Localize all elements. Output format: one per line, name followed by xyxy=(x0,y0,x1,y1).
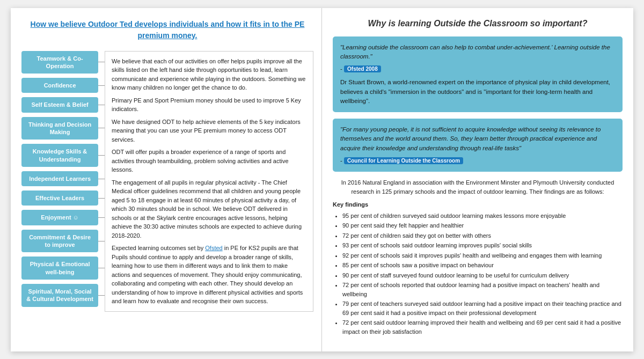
skill-btn-row: Commitment & Desire to improve xyxy=(21,230,105,253)
text-paragraph-5: Expected learning outcomes set by Ofsted… xyxy=(112,244,306,306)
quote-box-1: "Learning outside the classroom can also… xyxy=(333,36,623,113)
text-paragraph-3: ODT will offer pupils a broader experien… xyxy=(112,148,306,174)
skill-button-4[interactable]: Knowledge Skills & Understanding xyxy=(21,144,98,167)
main-text-box: We believe that each of our activities o… xyxy=(105,51,313,312)
skill-btn-row: Knowledge Skills & Understanding xyxy=(21,144,105,167)
finding-item-8: 79 per cent of teachers surveyed said ou… xyxy=(342,299,623,317)
ofsted-2008-tag: Ofsted 2008 xyxy=(344,65,381,72)
finding-item-1: 90 per cent said they felt happier and h… xyxy=(342,221,623,230)
finding-item-2: 72 per cent of children said they got on… xyxy=(342,231,623,240)
right-panel: Why is learning Outside the Classroom so… xyxy=(322,8,633,351)
research-intro: In 2016 Natural England in association w… xyxy=(333,178,623,196)
skills-buttons: Teamwork & Co-OperationConfidenceSelf Es… xyxy=(21,51,105,307)
finding-item-6: 90 per cent of staff surveyed found outd… xyxy=(342,271,623,280)
council-tag: Council for Learning Outside the Classro… xyxy=(344,157,463,164)
skill-button-10[interactable]: Spiritual, Moral, Social & Cultural Deve… xyxy=(21,284,98,307)
text-paragraph-4: The engagement of all pupils in regular … xyxy=(112,178,306,240)
skill-button-8[interactable]: Commitment & Desire to improve xyxy=(21,230,98,253)
skill-btn-row: Teamwork & Co-Operation xyxy=(21,51,105,74)
quote1-text: "Learning outside the classroom can also… xyxy=(340,43,615,62)
text-paragraph-0: We believe that each of our activities o… xyxy=(112,57,306,92)
skill-btn-row: Self Esteem & Belief xyxy=(21,97,105,112)
ofsted-link[interactable]: Ofsted xyxy=(205,245,222,251)
skill-btn-row: Physical & Emotional well-being xyxy=(21,257,105,280)
finding-item-7: 72 per cent of schools reported that out… xyxy=(342,281,623,298)
text-paragraph-1: Primary PE and Sport Premium money shoul… xyxy=(112,96,306,114)
quote1-extra: Dr Stuart Brown, a world-renowned expert… xyxy=(340,78,615,106)
skill-btn-row: Thinking and Decision Making xyxy=(21,117,105,140)
skill-btn-row: Enjoyment ☺ xyxy=(21,210,105,225)
skill-button-2[interactable]: Self Esteem & Belief xyxy=(21,97,98,112)
quote1-source-label: - xyxy=(340,65,344,72)
text-paragraph-2: We have designed ODT to help achieve ele… xyxy=(112,118,306,144)
finding-item-4: 92 per cent of schools said it improves … xyxy=(342,251,623,260)
skills-layout: Teamwork & Co-OperationConfidenceSelf Es… xyxy=(21,51,313,312)
skill-button-5[interactable]: Independent Learners xyxy=(21,171,98,186)
skill-button-0[interactable]: Teamwork & Co-Operation xyxy=(21,51,98,74)
left-panel: How we believe Outdoor Ted develops indi… xyxy=(11,8,322,351)
quote2-source: - Council for Learning Outside the Class… xyxy=(340,156,615,165)
finding-item-3: 93 per cent of schools said outdoor lear… xyxy=(342,241,623,250)
skill-button-1[interactable]: Confidence xyxy=(21,78,98,93)
left-title: How we believe Outdoor Ted develops indi… xyxy=(21,19,313,41)
finding-item-5: 85 per cent of schools saw a positive im… xyxy=(342,261,623,270)
quote2-source-prefix: - xyxy=(340,157,344,164)
skill-button-7[interactable]: Enjoyment ☺ xyxy=(21,210,98,225)
skill-button-3[interactable]: Thinking and Decision Making xyxy=(21,117,98,140)
key-findings-label: Key findings xyxy=(333,200,623,209)
skill-btn-row: Effective Leaders xyxy=(21,191,105,206)
quote2-text: "For many young people, it is not suffic… xyxy=(340,125,615,153)
right-title: Why is learning Outside the Classroom so… xyxy=(333,19,623,28)
quote1-source: - Ofsted 2008 xyxy=(340,64,615,74)
skill-btn-row: Spiritual, Moral, Social & Cultural Deve… xyxy=(21,284,105,307)
skill-button-9[interactable]: Physical & Emotional well-being xyxy=(21,257,98,280)
findings-list: 95 per cent of children surveyed said ou… xyxy=(333,211,623,336)
finding-item-9: 72 per cent said outdoor learning improv… xyxy=(342,318,623,336)
skill-button-6[interactable]: Effective Leaders xyxy=(21,191,98,206)
finding-item-0: 95 per cent of children surveyed said ou… xyxy=(342,211,623,221)
quote-box-2: "For many young people, it is not suffic… xyxy=(333,119,623,172)
research-section: In 2016 Natural England in association w… xyxy=(333,178,623,336)
skill-btn-row: Confidence xyxy=(21,78,105,93)
skill-btn-row: Independent Learners xyxy=(21,171,105,186)
page-container: How we believe Outdoor Ted develops indi… xyxy=(11,8,633,351)
